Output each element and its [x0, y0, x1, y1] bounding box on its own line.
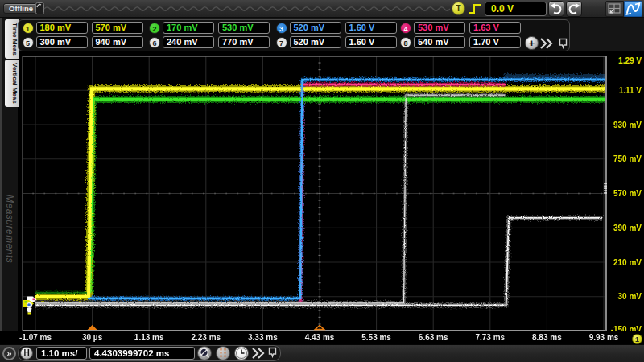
rect-shape — [319, 131, 321, 132]
trace-core-channel-1 — [35, 88, 606, 297]
channel-7-badge[interactable]: 7 — [276, 37, 287, 48]
channel-5-measurement-1[interactable]: 300 mV — [36, 36, 88, 48]
channel-6-measurement-1[interactable]: 240 mV — [163, 36, 214, 48]
rect-shape — [319, 69, 321, 70]
channel-5-badge[interactable]: 5 — [23, 37, 34, 48]
trigger-edge-icon[interactable] — [468, 2, 482, 15]
ground-marker-white-tab[interactable] — [27, 308, 32, 313]
rect-shape — [319, 200, 321, 200]
rect-shape — [319, 310, 321, 311]
polygon-shape — [576, 3, 580, 9]
timebase-reference-marker[interactable] — [88, 325, 97, 330]
offline-status-button[interactable]: Offline — [3, 3, 39, 14]
horizontal-badge[interactable]: H — [20, 347, 33, 360]
rect-shape — [319, 276, 321, 277]
polyline-shape — [253, 348, 258, 358]
path-shape — [610, 10, 613, 13]
y-axis-label: 210 mV — [608, 258, 642, 267]
circle-shape — [27, 303, 31, 306]
rect-shape — [319, 172, 321, 173]
channel-7-measurement-1[interactable]: 520 mV — [290, 36, 341, 48]
rect-shape — [319, 220, 321, 221]
channel-1-axis-badge[interactable]: 1 — [632, 334, 642, 344]
rect-shape — [319, 248, 321, 249]
undo-icon — [549, 2, 564, 16]
trigger-badge[interactable]: T — [452, 2, 465, 15]
measurement-row: 1180 mV570 mV2170 mV530 mV3520 mV1.60 V4… — [19, 22, 569, 34]
x-axis-label: 2.23 ms — [178, 333, 234, 342]
channel-4-measurement-1[interactable]: 530 mV — [414, 22, 465, 34]
y-axis-label: 750 mV — [608, 154, 642, 163]
grid-view-button[interactable] — [605, 1, 624, 17]
rect-shape — [319, 104, 321, 105]
trace-core-channel-white-a — [35, 95, 505, 303]
rect-shape — [604, 185, 607, 187]
redo-button[interactable] — [566, 1, 582, 17]
oscilloscope-app: Offline T 0.0 V — [0, 0, 644, 362]
time-axis: -1.07 ms30 µs1.13 ms2.23 ms3.33 ms4.43 m… — [0, 331, 644, 344]
waveform-view-button[interactable] — [624, 1, 642, 17]
trigger-level-value[interactable]: 0.0 V — [485, 2, 547, 16]
channel-2-badge[interactable]: 2 — [149, 23, 160, 34]
y-axis-label: 930 mV — [608, 121, 642, 130]
grid-view-icon — [606, 2, 623, 16]
channel-3-measurement-2[interactable]: 1.60 V — [345, 22, 397, 34]
rect-shape — [319, 234, 321, 235]
channel-ground-markers[interactable] — [23, 297, 37, 315]
zoom-button[interactable] — [197, 346, 212, 360]
trace-channel-white-a — [35, 95, 505, 303]
path-shape — [635, 3, 640, 7]
channel-8-badge[interactable]: 8 — [400, 37, 411, 48]
channel-1-measurement-1[interactable]: 180 mV — [36, 22, 88, 34]
expand-measurements-icon[interactable] — [539, 36, 554, 51]
pin-measurements-icon[interactable] — [558, 38, 569, 50]
tab-vertical-meas[interactable]: Vertical Meas — [5, 60, 19, 107]
channel-3-badge[interactable]: 3 — [276, 23, 287, 34]
channel-8-measurement-2[interactable]: 1.70 V — [469, 36, 521, 48]
timebase-scale-value[interactable]: 1.10 ms/ — [36, 347, 87, 360]
channel-4-measurement-2[interactable]: 1.63 V — [469, 22, 521, 34]
pin-horizontal-icon[interactable] — [267, 347, 279, 359]
polyline-shape — [547, 39, 551, 48]
add-measurement-button[interactable]: + — [525, 36, 539, 50]
sidebar-expand-button[interactable]: » — [2, 347, 16, 360]
tab-time-meas[interactable]: Time Meas — [5, 19, 19, 59]
undo-button[interactable] — [548, 1, 564, 17]
trace-core-channel-white-b — [35, 218, 602, 306]
channel-2-measurement-2[interactable]: 530 mV — [218, 22, 270, 34]
y-axis-label: 1.29 V — [608, 56, 642, 65]
channel-6-measurement-2[interactable]: 770 mV — [218, 36, 270, 48]
polygon-shape — [551, 3, 555, 9]
rect-shape — [319, 110, 321, 111]
x-axis-label: 5.53 ms — [349, 333, 405, 342]
channel-6-badge[interactable]: 6 — [149, 37, 160, 48]
channel-4-badge[interactable]: 4 — [400, 23, 411, 34]
trace-core-channel-3 — [89, 80, 606, 298]
measurement-panel: 1180 mV570 mV2170 mV530 mV3520 mV1.60 V4… — [18, 19, 570, 51]
rect-shape — [319, 193, 321, 194]
path-shape — [554, 6, 560, 14]
path-shape — [44, 7, 450, 11]
channel-5-measurement-2[interactable]: 940 mV — [92, 36, 143, 48]
clock-button[interactable] — [234, 346, 249, 360]
expand-horizontal-icon[interactable] — [251, 347, 266, 360]
y-axis-label: 570 mV — [608, 189, 642, 198]
x-axis-label: 9.93 ms — [576, 333, 632, 342]
channel-8-measurement-1[interactable]: 540 mV — [414, 36, 465, 48]
rect-shape — [604, 183, 607, 185]
rect-shape — [319, 282, 321, 283]
channel-1-measurement-2[interactable]: 570 mV — [92, 22, 143, 34]
channel-3-measurement-1[interactable]: 520 mV — [290, 22, 341, 34]
channel-1-badge[interactable]: 1 — [23, 23, 34, 34]
channel-7-measurement-2[interactable]: 1.60 V — [345, 36, 397, 48]
trace-cores — [35, 80, 606, 305]
channel-2-measurement-1[interactable]: 170 mV — [163, 22, 214, 34]
timebase-position-value[interactable]: 4.4303999702 ms — [89, 347, 195, 360]
acquisition-button[interactable] — [216, 346, 230, 360]
x-axis-label: 8.83 ms — [518, 333, 575, 342]
x-axis-label: 1.13 ms — [121, 333, 177, 342]
waveform-display[interactable] — [22, 56, 607, 331]
rect-shape — [319, 241, 321, 242]
waveform-view-icon — [625, 2, 642, 16]
y-axis-label: 30 mV — [608, 292, 642, 301]
